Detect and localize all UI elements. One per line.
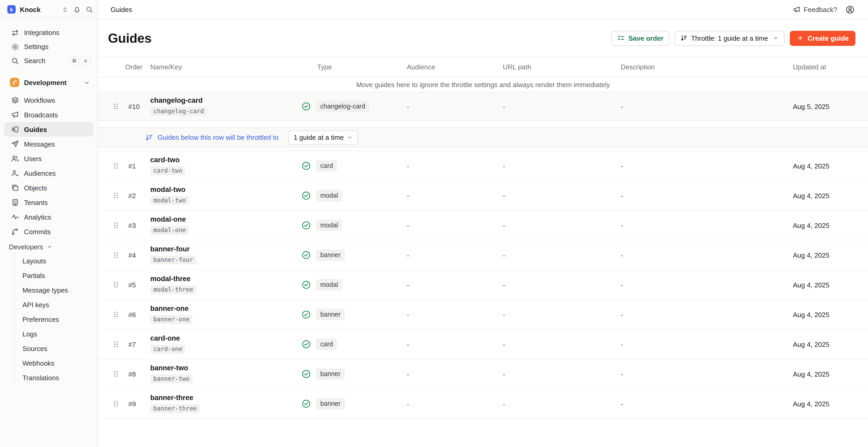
sidebar-item-workflows[interactable]: Workflows bbox=[4, 93, 93, 107]
row-updated-at: Aug 4, 2025 bbox=[786, 251, 860, 259]
unthrottled-zone: Move guides here to ignore the throttle … bbox=[98, 77, 868, 121]
row-type-badge: changelog-card bbox=[316, 101, 369, 113]
check-circle-icon bbox=[302, 399, 311, 408]
drag-handle[interactable] bbox=[106, 310, 125, 319]
sidebar-item-analytics[interactable]: Analytics bbox=[4, 210, 93, 224]
user-avatar-icon[interactable] bbox=[845, 5, 855, 14]
sidebar-item-layouts[interactable]: Layouts bbox=[14, 254, 93, 268]
search-icon[interactable] bbox=[86, 5, 93, 13]
drag-handle[interactable] bbox=[106, 221, 125, 229]
drag-handle[interactable] bbox=[106, 370, 125, 378]
sidebar-item-message-types[interactable]: Message types bbox=[14, 283, 93, 297]
sidebar-item-objects[interactable]: Objects bbox=[4, 181, 93, 195]
check-circle-icon bbox=[302, 250, 311, 260]
throttled-zone: #1 card-twocard-two card - - - Aug 4, 20… bbox=[98, 151, 868, 419]
table-row[interactable]: #3 modal-onemodal-one modal - - - Aug 4,… bbox=[98, 211, 868, 241]
sidebar-item-guides[interactable]: Guides bbox=[4, 122, 93, 137]
table-row[interactable]: #7 card-onecard-one card - - - Aug 4, 20… bbox=[98, 330, 868, 359]
throttle-amount-select[interactable]: 1 guide at a time bbox=[288, 130, 358, 145]
table-row[interactable]: #10 changelog-cardchangelog-card changel… bbox=[98, 92, 868, 121]
row-updated-at: Aug 5, 2025 bbox=[786, 102, 860, 110]
sidebar-item-translations[interactable]: Translations bbox=[14, 370, 93, 385]
table-row[interactable]: #9 banner-threebanner-three banner - - -… bbox=[98, 389, 868, 419]
col-audience: Audience bbox=[401, 63, 495, 71]
table-row[interactable]: #6 banner-onebanner-one banner - - - Aug… bbox=[98, 300, 868, 330]
person-check-icon bbox=[11, 169, 19, 177]
drag-handle[interactable] bbox=[106, 281, 125, 289]
row-audience: - bbox=[401, 192, 495, 199]
page-title: Guides bbox=[108, 31, 152, 45]
row-updated-at: Aug 4, 2025 bbox=[786, 370, 860, 378]
drag-handle[interactable] bbox=[106, 191, 125, 200]
sidebar-item-users[interactable]: Users bbox=[4, 151, 93, 166]
check-circle-icon bbox=[302, 310, 311, 319]
sidebar-item-logs[interactable]: Logs bbox=[14, 326, 93, 341]
row-description: - bbox=[615, 162, 786, 170]
sidebar-item-audiences[interactable]: Audiences bbox=[4, 166, 93, 181]
row-url-path: - bbox=[495, 192, 615, 199]
row-key-badge: banner-two bbox=[150, 374, 193, 383]
environment-switcher[interactable]: Development bbox=[4, 75, 93, 90]
sidebar-item-search[interactable]: Search ⌘ K bbox=[4, 54, 93, 68]
sidebar-item-tenants[interactable]: Tenants bbox=[4, 195, 93, 210]
row-audience: - bbox=[401, 251, 495, 259]
table-row[interactable]: #4 banner-fourbanner-four banner - - - A… bbox=[98, 241, 868, 270]
breadcrumb[interactable]: Guides bbox=[111, 5, 132, 13]
row-updated-at: Aug 4, 2025 bbox=[786, 281, 860, 289]
sidebar-item-messages[interactable]: Messages bbox=[4, 137, 93, 151]
throttle-dropdown-button[interactable]: Throttle: 1 guide at a time bbox=[675, 31, 785, 45]
row-order: #6 bbox=[125, 311, 150, 318]
developers-section-toggle[interactable]: Developers bbox=[4, 240, 93, 254]
sidebar-item-api-keys[interactable]: API keys bbox=[14, 297, 93, 312]
account-switcher-icon[interactable] bbox=[62, 6, 68, 13]
row-type-badge: modal bbox=[316, 220, 342, 231]
drag-handle[interactable] bbox=[106, 102, 125, 110]
table-row[interactable]: #2 modal-twomodal-two modal - - - Aug 4,… bbox=[98, 181, 868, 211]
row-type-badge: card bbox=[316, 339, 337, 350]
sidebar-item-label: Objects bbox=[24, 184, 47, 192]
sidebar-item-label: Settings bbox=[24, 43, 49, 51]
sidebar-item-settings[interactable]: Settings bbox=[4, 40, 93, 54]
col-url-path: URL path bbox=[495, 63, 615, 71]
row-url-path: - bbox=[495, 221, 615, 229]
row-type-badge: banner bbox=[316, 368, 345, 380]
row-audience: - bbox=[401, 102, 495, 110]
row-description: - bbox=[615, 102, 786, 110]
row-name: card-one bbox=[150, 335, 302, 342]
col-type: Type bbox=[302, 63, 401, 71]
row-order: #7 bbox=[125, 340, 150, 348]
sidebar-item-integrations[interactable]: Integrations bbox=[4, 26, 93, 40]
table-row[interactable]: #5 modal-threemodal-three modal - - - Au… bbox=[98, 270, 868, 300]
table-row[interactable]: #8 banner-twobanner-two banner - - - Aug… bbox=[98, 359, 868, 389]
feedback-button[interactable]: Feedback? bbox=[793, 5, 837, 13]
row-type-badge: card bbox=[316, 160, 337, 172]
sidebar-item-sources[interactable]: Sources bbox=[14, 341, 93, 356]
row-description: - bbox=[615, 340, 786, 348]
drag-handle[interactable] bbox=[106, 340, 125, 348]
drag-handle[interactable] bbox=[106, 251, 125, 259]
sidebar-item-webhooks[interactable]: Webhooks bbox=[14, 356, 93, 370]
drag-handle[interactable] bbox=[106, 400, 125, 408]
users-icon bbox=[11, 154, 19, 163]
row-order: #3 bbox=[125, 221, 150, 229]
sidebar-item-preferences[interactable]: Preferences bbox=[14, 312, 93, 326]
chevron-down-icon bbox=[773, 35, 779, 41]
col-description: Description bbox=[615, 63, 786, 71]
sidebar-item-label: Audiences bbox=[24, 169, 56, 177]
sort-descending-icon bbox=[680, 34, 687, 42]
kbd-cmd: ⌘ bbox=[70, 56, 79, 65]
sidebar-item-broadcasts[interactable]: Broadcasts bbox=[4, 107, 93, 122]
drag-handle[interactable] bbox=[106, 162, 125, 170]
row-audience: - bbox=[401, 311, 495, 318]
create-guide-button[interactable]: Create guide bbox=[790, 31, 856, 45]
integrations-swap-icon bbox=[11, 28, 19, 37]
notifications-bell-icon[interactable] bbox=[73, 5, 81, 13]
throttle-divider-row: Guides below this row will be throttled … bbox=[98, 127, 868, 148]
table-row[interactable]: #1 card-twocard-two card - - - Aug 4, 20… bbox=[98, 151, 868, 181]
row-audience: - bbox=[401, 340, 495, 348]
row-order: #9 bbox=[125, 400, 150, 408]
save-order-button[interactable]: Save order bbox=[611, 31, 669, 45]
list-check-icon bbox=[617, 34, 625, 42]
sidebar-item-partials[interactable]: Partials bbox=[14, 268, 93, 283]
sidebar-item-commits[interactable]: Commits bbox=[4, 224, 93, 239]
